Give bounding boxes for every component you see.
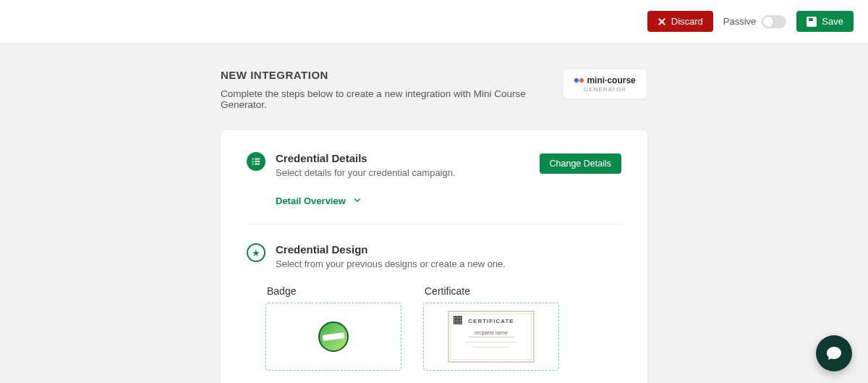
passive-toggle-group: Passive <box>723 15 787 28</box>
section-titles: Credential Design Select from your previ… <box>276 243 506 269</box>
partner-name: mini·course <box>587 75 635 85</box>
badge-preview <box>318 321 349 352</box>
change-details-label: Change Details <box>550 159 611 169</box>
svg-rect-3 <box>255 161 260 162</box>
page-heading-block: NEW INTEGRATION Complete the steps below… <box>221 69 563 110</box>
main-card: Credential Details Select details for yo… <box>221 130 647 383</box>
section-subtitle: Select details for your credential campa… <box>276 167 456 178</box>
chat-button[interactable] <box>816 335 852 371</box>
chat-icon <box>825 345 843 362</box>
section-title: Credential Details <box>276 152 456 164</box>
top-bar: Discard Passive Save <box>0 0 868 43</box>
save-icon <box>807 17 817 27</box>
partner-logo-icon <box>574 78 584 83</box>
save-button[interactable]: Save <box>796 11 854 32</box>
save-label: Save <box>822 16 843 27</box>
page-subtitle: Complete the steps below to create a new… <box>221 88 563 110</box>
section-title: Credential Design <box>276 243 506 256</box>
qr-icon <box>454 316 462 324</box>
badge-selector[interactable] <box>265 303 401 371</box>
badge-column: Badge <box>265 285 401 371</box>
discard-button[interactable]: Discard <box>647 11 713 32</box>
list-icon <box>247 152 265 171</box>
section-credential-design: ★ Credential Design Select from your pre… <box>247 243 621 371</box>
svg-rect-5 <box>255 164 260 165</box>
detail-overview-toggle[interactable]: Detail Overview <box>276 195 621 206</box>
section-titles: Credential Details Select details for yo… <box>276 152 456 178</box>
cert-art-title: CERTIFICATE <box>468 318 514 324</box>
passive-label: Passive <box>723 16 757 27</box>
section-header: ★ Credential Design Select from your pre… <box>247 243 621 269</box>
svg-rect-2 <box>252 161 254 162</box>
svg-rect-0 <box>252 159 254 160</box>
close-icon <box>658 17 666 26</box>
svg-rect-4 <box>252 164 254 165</box>
certificate-column: Certificate CERTIFICATE recipient.name <box>423 285 559 371</box>
section-credential-details: Credential Details Select details for yo… <box>247 152 621 206</box>
content-container: NEW INTEGRATION Complete the steps below… <box>221 69 647 383</box>
star-icon: ★ <box>247 243 265 262</box>
section-divider <box>247 224 621 224</box>
passive-toggle[interactable] <box>762 15 786 28</box>
partner-tagline: GENERATOR <box>584 86 626 93</box>
partner-logo: mini·course <box>574 75 635 85</box>
partner-chip: mini·course GENERATOR <box>563 69 647 99</box>
section-subtitle: Select from your previous designs or cre… <box>276 258 506 269</box>
discard-label: Discard <box>671 16 703 27</box>
page-body: NEW INTEGRATION Complete the steps below… <box>0 43 868 383</box>
certificate-preview: CERTIFICATE recipient.name <box>448 311 535 363</box>
change-details-button[interactable]: Change Details <box>540 153 621 174</box>
cert-art-name: recipient.name <box>469 330 514 337</box>
page-title: NEW INTEGRATION <box>221 69 563 81</box>
svg-rect-1 <box>255 159 260 160</box>
badge-label: Badge <box>267 285 401 297</box>
detail-overview-label: Detail Overview <box>276 195 346 206</box>
certificate-selector[interactable]: CERTIFICATE recipient.name <box>423 303 559 371</box>
page-header: NEW INTEGRATION Complete the steps below… <box>221 69 647 110</box>
design-options: Badge Certificate <box>265 285 621 371</box>
chevron-down-icon <box>353 195 362 206</box>
certificate-label: Certificate <box>425 285 559 297</box>
